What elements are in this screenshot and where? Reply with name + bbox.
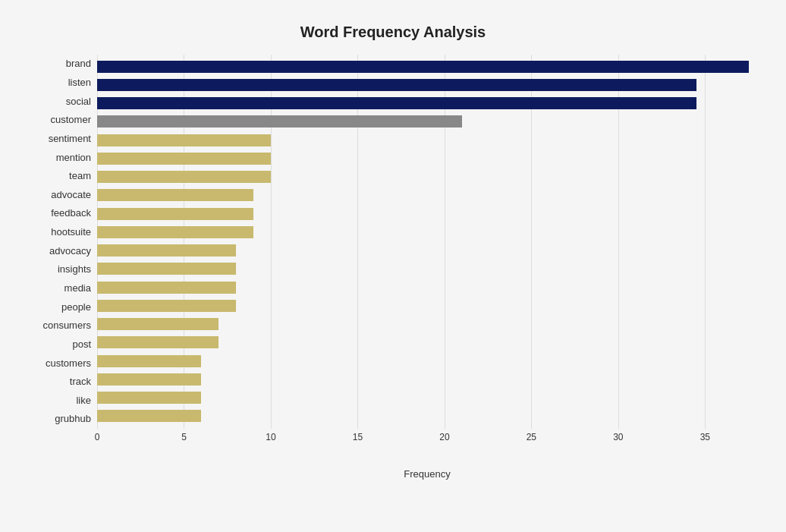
y-label-sentiment: sentiment bbox=[49, 134, 91, 143]
x-tick-35: 35 bbox=[700, 432, 710, 442]
y-label-listen: listen bbox=[68, 77, 91, 87]
bar-row-mention bbox=[97, 150, 757, 167]
bar-social bbox=[97, 97, 696, 109]
y-label-consumers: consumers bbox=[42, 320, 91, 330]
bar-like bbox=[97, 392, 201, 404]
chart-title: Word Frequency Analysis bbox=[29, 24, 757, 41]
bars-wrapper bbox=[97, 55, 757, 429]
y-label-post: post bbox=[72, 339, 91, 349]
y-label-people: people bbox=[61, 302, 91, 312]
bar-row-people bbox=[97, 297, 757, 314]
chart-container: Word Frequency Analysis brandlistensocia… bbox=[14, 8, 772, 524]
x-tick-5: 5 bbox=[181, 432, 187, 442]
y-label-advocacy: advocacy bbox=[49, 246, 91, 256]
bar-track bbox=[97, 373, 201, 386]
x-tick-15: 15 bbox=[353, 432, 363, 442]
y-label-advocate: advocate bbox=[51, 190, 91, 200]
bar-row-track bbox=[97, 371, 757, 388]
bar-row-consumers bbox=[97, 316, 757, 332]
y-label-insights: insights bbox=[58, 264, 91, 274]
bar-row-grubhub bbox=[97, 408, 757, 424]
x-tick-25: 25 bbox=[527, 432, 536, 442]
bar-team bbox=[97, 171, 271, 183]
bar-mention bbox=[97, 153, 271, 165]
bar-row-advocacy bbox=[97, 242, 757, 259]
bar-customers bbox=[97, 355, 201, 367]
bar-row-post bbox=[97, 334, 757, 351]
x-tick-30: 30 bbox=[613, 432, 623, 442]
bar-row-insights bbox=[97, 260, 757, 277]
x-tick-20: 20 bbox=[439, 432, 449, 442]
bar-row-feedback bbox=[97, 206, 757, 222]
bar-row-customer bbox=[97, 113, 757, 130]
y-label-track: track bbox=[70, 376, 91, 386]
bars-area bbox=[97, 55, 757, 429]
bar-advocate bbox=[97, 189, 253, 201]
y-label-team: team bbox=[69, 171, 91, 181]
bar-row-sentiment bbox=[97, 132, 757, 149]
y-label-customer: customer bbox=[51, 115, 91, 124]
y-label-like: like bbox=[76, 395, 91, 405]
bar-customer bbox=[97, 115, 462, 127]
y-label-grubhub: grubhub bbox=[55, 414, 91, 423]
bar-row-advocate bbox=[97, 187, 757, 203]
bar-row-listen bbox=[97, 77, 757, 93]
y-label-media: media bbox=[64, 283, 91, 293]
y-label-social: social bbox=[66, 96, 91, 106]
y-label-feedback: feedback bbox=[51, 208, 91, 218]
bar-post bbox=[97, 336, 219, 348]
bar-hootsuite bbox=[97, 226, 253, 238]
y-label-mention: mention bbox=[56, 153, 91, 162]
bar-consumers bbox=[97, 318, 219, 330]
bar-row-media bbox=[97, 279, 757, 296]
x-tick-10: 10 bbox=[266, 432, 275, 442]
x-tick-0: 0 bbox=[95, 432, 100, 442]
bar-row-like bbox=[97, 389, 757, 406]
bar-brand bbox=[97, 61, 749, 73]
bar-sentiment bbox=[97, 134, 271, 146]
x-axis-label: Frequency bbox=[97, 468, 757, 480]
y-label-customers: customers bbox=[46, 358, 91, 368]
bar-listen bbox=[97, 79, 696, 91]
bar-row-social bbox=[97, 95, 757, 112]
bar-row-customers bbox=[97, 353, 757, 370]
y-axis-labels: brandlistensocialcustomersentimentmentio… bbox=[29, 55, 97, 429]
bar-advocacy bbox=[97, 244, 236, 257]
y-label-brand: brand bbox=[66, 58, 91, 68]
bar-media bbox=[97, 282, 236, 294]
bar-people bbox=[97, 300, 236, 312]
bar-feedback bbox=[97, 208, 253, 220]
y-label-hootsuite: hootsuite bbox=[51, 227, 91, 237]
bar-row-team bbox=[97, 168, 757, 185]
bar-row-hootsuite bbox=[97, 224, 757, 241]
bar-insights bbox=[97, 263, 236, 275]
bar-grubhub bbox=[97, 410, 201, 422]
bar-row-brand bbox=[97, 58, 757, 75]
x-axis: 05101520253035 bbox=[97, 429, 757, 452]
